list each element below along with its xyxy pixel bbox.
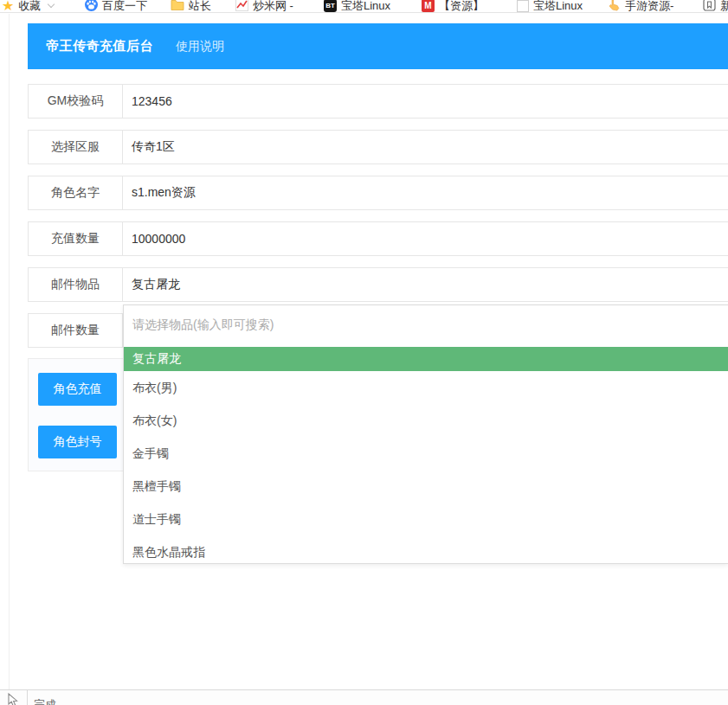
item-search-input[interactable]: 请选择物品(输入即可搜索)	[124, 305, 728, 345]
bookmark-bt-linux-2[interactable]: 宝塔Linux	[517, 0, 583, 13]
bt-icon: BT	[324, 0, 337, 12]
bookmark-baidu[interactable]: 百度一下	[85, 0, 147, 13]
character-name-input[interactable]: s1.men资源	[123, 176, 728, 210]
hand-icon	[608, 0, 621, 13]
server-select[interactable]: 传奇1区	[123, 130, 728, 164]
dropdown-option[interactable]: 黑色水晶戒指	[124, 537, 728, 568]
chevron-down-icon[interactable]	[48, 0, 55, 7]
status-bar: 完成	[0, 689, 728, 705]
page-title: 帝王传奇充值后台	[46, 38, 153, 54]
gm-code-input[interactable]: 123456	[123, 84, 728, 119]
app-header: 帝王传奇充值后台 使用说明	[28, 23, 728, 69]
bookmark-label: 手游资源-	[625, 0, 673, 13]
bookmark-favorites[interactable]: ★ 收藏	[2, 0, 54, 13]
dropdown-option[interactable]: 布衣(女)	[124, 406, 728, 437]
folder-icon	[171, 0, 184, 13]
dropdown-option[interactable]: 金手镯	[124, 439, 728, 470]
screen: ★ 收藏 百度一下 站长 炒米网 - BT 宝塔Linux M	[0, 0, 728, 705]
bookmark-zhanzhang[interactable]: 站长	[171, 0, 211, 13]
dropdown-option-selected[interactable]: 复古屠龙	[124, 347, 728, 371]
bookmark-chaomi[interactable]: 炒米网 -	[235, 0, 293, 13]
item-dropdown-panel: 请选择物品(输入即可搜索) 复古屠龙 布衣(男) 布衣(女) 金手镯 黑檀手镯 …	[123, 304, 728, 564]
bookmark-new[interactable]: 新	[703, 0, 728, 13]
form-row-gm-code: GM校验码 123456	[28, 84, 728, 119]
bookmark-label: 【资源】	[439, 0, 484, 13]
server-label: 选择区服	[28, 130, 123, 164]
bookmark-label: 炒米网 -	[253, 0, 293, 13]
bookmark-label: 收藏	[18, 0, 41, 13]
bookmark-ziyuan[interactable]: M 【资源】	[422, 0, 484, 13]
recharge-amount-input[interactable]: 10000000	[123, 221, 728, 256]
dropdown-option[interactable]: 布衣(男)	[124, 373, 728, 404]
help-link[interactable]: 使用说明	[176, 39, 224, 54]
cursor-arrow-icon	[6, 693, 18, 705]
mail-quantity-label: 邮件数量	[28, 313, 123, 348]
form-row-mail-item: 邮件物品 复古屠龙	[28, 267, 728, 302]
recharge-amount-label: 充值数量	[28, 221, 123, 256]
bookmark-bt-linux-1[interactable]: BT 宝塔Linux	[324, 0, 390, 13]
baidu-icon	[85, 0, 98, 13]
blank-page-icon	[517, 0, 529, 12]
status-divider	[27, 690, 28, 705]
dropdown-option[interactable]: 道士手镯	[124, 504, 728, 535]
bookmark-add-icon	[703, 0, 716, 13]
bookmark-shouyou[interactable]: 手游资源-	[608, 0, 673, 13]
form-row-character-name: 角色名字 s1.men资源	[28, 176, 728, 210]
recharge-button[interactable]: 角色充值	[38, 373, 117, 406]
dropdown-option[interactable]: 黑檀手镯	[124, 471, 728, 503]
character-name-label: 角色名字	[28, 176, 123, 210]
window-edge-line	[9, 14, 10, 689]
status-text: 完成	[34, 697, 56, 705]
form-row-recharge-amount: 充值数量 10000000	[28, 221, 728, 256]
bookmark-label: 站长	[189, 0, 211, 13]
m-icon: M	[422, 0, 435, 12]
star-icon: ★	[2, 0, 14, 13]
bookmark-label: 百度一下	[102, 0, 147, 13]
ban-button[interactable]: 角色封号	[38, 426, 117, 458]
gm-code-label: GM校验码	[28, 84, 123, 119]
mail-item-label: 邮件物品	[28, 267, 123, 302]
bookmark-label: 宝塔Linux	[533, 0, 583, 13]
chart-icon	[235, 0, 248, 13]
mail-item-select[interactable]: 复古屠龙	[123, 267, 728, 302]
bookmark-label: 宝塔Linux	[341, 0, 390, 13]
bookmark-label: 新	[720, 0, 728, 13]
bookmarks-bar: ★ 收藏 百度一下 站长 炒米网 - BT 宝塔Linux M	[0, 0, 728, 13]
form-row-server: 选择区服 传奇1区	[28, 130, 728, 164]
